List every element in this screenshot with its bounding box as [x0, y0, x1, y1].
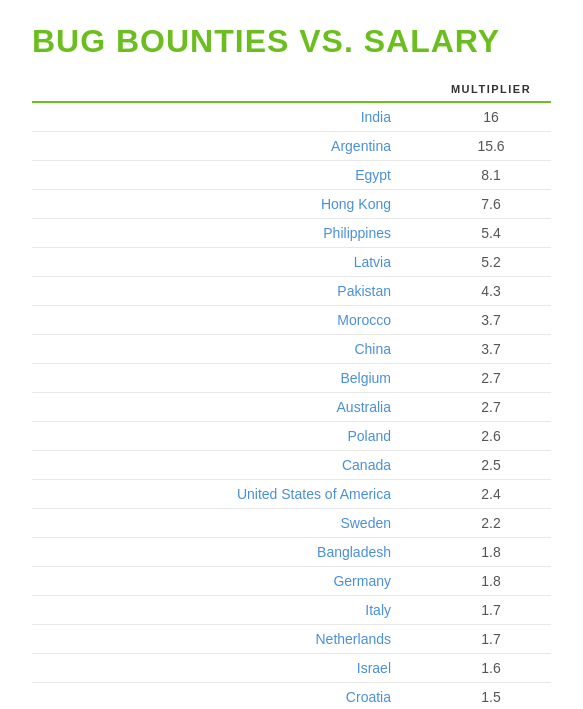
- table-row: Philippines5.4: [32, 219, 551, 248]
- country-name: Australia: [32, 399, 431, 415]
- table-row: Italy1.7: [32, 596, 551, 625]
- table-row: Netherlands1.7: [32, 625, 551, 654]
- country-name: Croatia: [32, 689, 431, 705]
- multiplier-value: 15.6: [431, 138, 551, 154]
- country-name: Egypt: [32, 167, 431, 183]
- multiplier-value: 7.6: [431, 196, 551, 212]
- country-name: Poland: [32, 428, 431, 444]
- table-row: Sweden2.2: [32, 509, 551, 538]
- country-name: Bangladesh: [32, 544, 431, 560]
- country-name: Philippines: [32, 225, 431, 241]
- table-row: Belgium2.7: [32, 364, 551, 393]
- multiplier-value: 1.6: [431, 660, 551, 676]
- country-name: India: [32, 109, 431, 125]
- country-name: Israel: [32, 660, 431, 676]
- multiplier-value: 2.6: [431, 428, 551, 444]
- multiplier-value: 2.5: [431, 457, 551, 473]
- multiplier-value: 1.8: [431, 544, 551, 560]
- table-row: Canada2.5: [32, 451, 551, 480]
- table-row: Pakistan4.3: [32, 277, 551, 306]
- table-row: Argentina15.6: [32, 132, 551, 161]
- data-table: MULTIPLIER India16Argentina15.6Egypt8.1H…: [32, 83, 551, 709]
- multiplier-value: 2.7: [431, 370, 551, 386]
- country-name: Morocco: [32, 312, 431, 328]
- multiplier-column-header: MULTIPLIER: [431, 83, 551, 95]
- country-name: Hong Kong: [32, 196, 431, 212]
- multiplier-value: 1.7: [431, 631, 551, 647]
- multiplier-value: 1.7: [431, 602, 551, 618]
- country-name: Pakistan: [32, 283, 431, 299]
- multiplier-value: 4.3: [431, 283, 551, 299]
- country-name: Germany: [32, 573, 431, 589]
- multiplier-value: 16: [431, 109, 551, 125]
- table-row: Israel1.6: [32, 654, 551, 683]
- table-row: Croatia1.5: [32, 683, 551, 709]
- multiplier-value: 3.7: [431, 341, 551, 357]
- table-row: China3.7: [32, 335, 551, 364]
- multiplier-value: 1.5: [431, 689, 551, 705]
- page-title: BUG BOUNTIES VS. SALARY: [32, 24, 551, 59]
- country-name: Belgium: [32, 370, 431, 386]
- country-name: Italy: [32, 602, 431, 618]
- table-header: MULTIPLIER: [32, 83, 551, 103]
- table-row: Morocco3.7: [32, 306, 551, 335]
- table-row: United States of America2.4: [32, 480, 551, 509]
- multiplier-value: 3.7: [431, 312, 551, 328]
- country-name: China: [32, 341, 431, 357]
- table-row: Poland2.6: [32, 422, 551, 451]
- table-row: Egypt8.1: [32, 161, 551, 190]
- multiplier-value: 5.2: [431, 254, 551, 270]
- country-name: Netherlands: [32, 631, 431, 647]
- table-row: Bangladesh1.8: [32, 538, 551, 567]
- country-name: Sweden: [32, 515, 431, 531]
- country-name: Canada: [32, 457, 431, 473]
- multiplier-value: 5.4: [431, 225, 551, 241]
- multiplier-value: 2.2: [431, 515, 551, 531]
- table-row: India16: [32, 103, 551, 132]
- table-row: Latvia5.2: [32, 248, 551, 277]
- country-name: Latvia: [32, 254, 431, 270]
- table-row: Hong Kong7.6: [32, 190, 551, 219]
- multiplier-value: 2.4: [431, 486, 551, 502]
- multiplier-value: 8.1: [431, 167, 551, 183]
- table-body: India16Argentina15.6Egypt8.1Hong Kong7.6…: [32, 103, 551, 709]
- multiplier-value: 2.7: [431, 399, 551, 415]
- table-row: Germany1.8: [32, 567, 551, 596]
- table-row: Australia2.7: [32, 393, 551, 422]
- multiplier-value: 1.8: [431, 573, 551, 589]
- country-name: Argentina: [32, 138, 431, 154]
- country-name: United States of America: [32, 486, 431, 502]
